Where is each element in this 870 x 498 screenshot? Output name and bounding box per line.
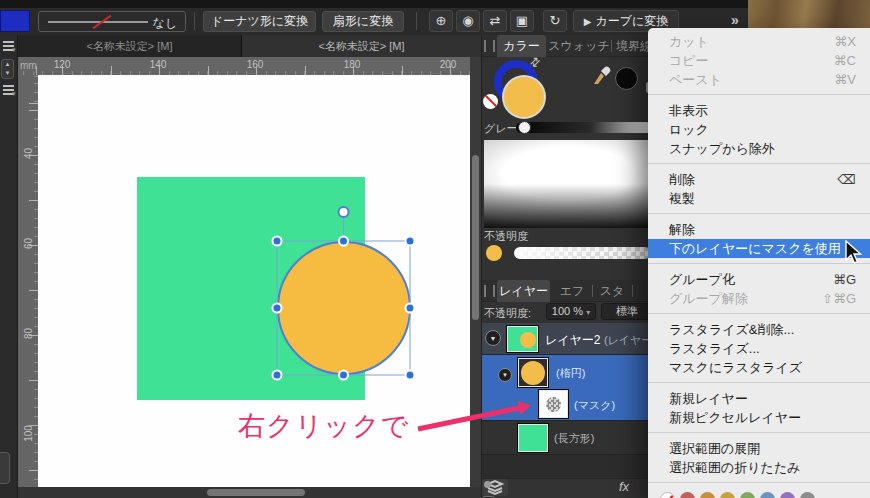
rectangle-layer-thumbnail[interactable] bbox=[517, 423, 549, 453]
disclosure-triangle-icon[interactable]: ▼ bbox=[485, 330, 501, 346]
tab-layers[interactable]: レイヤー bbox=[497, 280, 550, 302]
show-selection-eye-icon[interactable]: ◉ bbox=[456, 10, 480, 32]
chevron-down-icon: ▾ bbox=[12, 90, 16, 98]
disclosure-triangle-icon[interactable]: ▼ bbox=[498, 368, 512, 382]
layers-opacity-dropdown[interactable]: 100 % ▾ bbox=[546, 303, 596, 320]
convert-donut-button[interactable]: ドーナツ形に変換 bbox=[203, 11, 316, 32]
layers-opacity-label: 不透明度: bbox=[484, 306, 531, 321]
flip-horizontal-icon[interactable]: ⇄ bbox=[483, 10, 507, 32]
fx-button[interactable]: fx bbox=[619, 479, 629, 494]
fill-color-circle[interactable] bbox=[504, 77, 544, 117]
label-color-row bbox=[648, 492, 870, 498]
ruler-label: 120 bbox=[50, 59, 74, 70]
menu-item[interactable]: 新規レイヤー bbox=[648, 389, 870, 408]
value-stepper[interactable]: ▲▼ bbox=[1, 59, 14, 79]
label-color-dot[interactable] bbox=[700, 492, 715, 498]
tab-effects[interactable]: エフェ bbox=[554, 280, 590, 302]
menu-item[interactable]: 新規ピクセルレイヤー bbox=[648, 408, 870, 427]
menu-item[interactable]: 下のレイヤーにマスクを使用 bbox=[648, 239, 870, 258]
label-color-dot[interactable] bbox=[760, 492, 775, 498]
insert-target-icon[interactable]: ⊕ bbox=[429, 10, 453, 32]
horizontal-scrollbar[interactable] bbox=[207, 489, 305, 496]
vertical-scrollbar[interactable] bbox=[472, 155, 479, 320]
stroke-color-swatch[interactable] bbox=[0, 10, 30, 32]
layer-name: レイヤー2 (レイヤー) bbox=[545, 332, 656, 349]
secondary-color-circle[interactable] bbox=[615, 67, 638, 90]
ruler-label: 180 bbox=[340, 59, 364, 70]
menu-item[interactable]: スナップから除外 bbox=[648, 139, 870, 158]
gray-slider[interactable] bbox=[516, 122, 652, 133]
opacity-label: 不透明度 bbox=[484, 229, 528, 244]
panel-menu-icon[interactable] bbox=[3, 85, 14, 87]
label-color-dot[interactable] bbox=[780, 492, 795, 498]
play-frame-icon: ▶ bbox=[584, 16, 592, 27]
label-color-dot[interactable] bbox=[800, 492, 815, 498]
gray-slider-thumb[interactable] bbox=[518, 121, 531, 134]
stroke-style-widget[interactable]: なし bbox=[38, 11, 186, 32]
opacity-value: 100 % bbox=[552, 305, 583, 317]
document-tab-2-active[interactable]: <名称未設定> [M] bbox=[242, 35, 481, 57]
menu-item: ペースト⌘V bbox=[648, 70, 870, 89]
label-color-dot[interactable] bbox=[720, 492, 735, 498]
menu-item[interactable]: 選択範囲の展開 bbox=[648, 439, 870, 458]
menu-item[interactable]: 選択範囲の折りたたみ bbox=[648, 458, 870, 477]
ellipse-layer-thumbnail[interactable] bbox=[517, 357, 549, 388]
titlebar-strip bbox=[0, 0, 748, 8]
layer-type-suffix: (長方形) bbox=[554, 431, 594, 446]
no-color-icon[interactable] bbox=[483, 94, 498, 109]
transform-mode-icon[interactable]: ▣ bbox=[510, 10, 534, 32]
thumbnail-circle bbox=[521, 361, 545, 385]
menu-item[interactable]: 非表示 bbox=[648, 101, 870, 120]
panel-menu-icon[interactable] bbox=[3, 41, 14, 43]
menu-item: グループ解除⇧⌘G bbox=[648, 289, 870, 308]
menu-item[interactable]: ラスタライズ... bbox=[648, 339, 870, 358]
horizontal-ruler: mm 120 140 160 180 200 bbox=[18, 57, 481, 75]
toolbar-overflow-chevron[interactable]: » bbox=[731, 12, 739, 28]
menu-separator bbox=[648, 208, 870, 220]
tool-icon-partial[interactable] bbox=[0, 452, 10, 484]
panel-grip[interactable] bbox=[484, 285, 495, 297]
ruler-label: 60 bbox=[23, 232, 34, 256]
menu-item[interactable]: ロック bbox=[648, 120, 870, 139]
context-menu: カット⌘Xコピー⌘Cペースト⌘V非表示ロックスナップから除外削除⌫複製解除下のレ… bbox=[648, 28, 870, 498]
shade-picker-box[interactable] bbox=[484, 140, 652, 228]
ruler-label: 160 bbox=[243, 59, 267, 70]
rotate-icon[interactable]: ↻ bbox=[543, 10, 567, 32]
menu-item[interactable]: ラスタライズ&削除... bbox=[648, 320, 870, 339]
layer-thumbnail[interactable] bbox=[506, 325, 539, 353]
eyedropper-icon[interactable] bbox=[590, 63, 612, 87]
blend-mode-value: 標準 bbox=[616, 305, 638, 317]
menu-separator bbox=[648, 477, 870, 489]
layer-type-suffix: (マスク) bbox=[574, 398, 615, 413]
left-edge-strip: ▾ ▲▼ ▾ bbox=[0, 35, 18, 498]
blend-mode-dropdown[interactable]: 標準 bbox=[601, 303, 653, 320]
menu-separator bbox=[648, 258, 870, 270]
ruler-unit: mm bbox=[20, 60, 37, 71]
menu-item[interactable]: 解除 bbox=[648, 220, 870, 239]
label-color-dot[interactable] bbox=[740, 492, 755, 498]
tab-swatches[interactable]: スウォッチ bbox=[548, 35, 610, 57]
gray-label: グレー bbox=[484, 121, 518, 136]
menu-item[interactable]: 複製 bbox=[648, 189, 870, 208]
menu-item[interactable]: マスクにラスタライズ bbox=[648, 358, 870, 377]
document-tab-1[interactable]: <名称未設定> [M] bbox=[18, 35, 242, 57]
label-color-dot[interactable] bbox=[660, 492, 675, 498]
menu-item[interactable]: 削除⌫ bbox=[648, 170, 870, 189]
annotation-text: 右クリックで bbox=[238, 408, 409, 444]
menu-separator bbox=[648, 377, 870, 389]
menu-item[interactable]: グループ化⌘G bbox=[648, 270, 870, 289]
opacity-slider[interactable] bbox=[514, 247, 651, 259]
mask-dot-icon bbox=[546, 397, 561, 412]
convert-pie-button[interactable]: 扇形に変換 bbox=[322, 11, 404, 32]
menu-separator bbox=[648, 89, 870, 101]
menu-item: コピー⌘C bbox=[648, 51, 870, 70]
app-window: なし ドーナツ形に変換 扇形に変換 ⊕ ◉ ⇄ ▣ ↻ ▶カーブに変換 » <名… bbox=[0, 0, 870, 498]
label-color-dot[interactable] bbox=[680, 492, 695, 498]
tab-styles[interactable]: スタイ bbox=[594, 280, 630, 302]
tab-color[interactable]: カラー bbox=[497, 35, 546, 57]
mask-layer-thumbnail[interactable] bbox=[538, 389, 569, 419]
tab-divider bbox=[611, 40, 612, 52]
thumbnail-circle bbox=[520, 332, 536, 348]
panel-grip[interactable] bbox=[484, 40, 495, 52]
layer-type-suffix: (楕円) bbox=[556, 366, 585, 381]
